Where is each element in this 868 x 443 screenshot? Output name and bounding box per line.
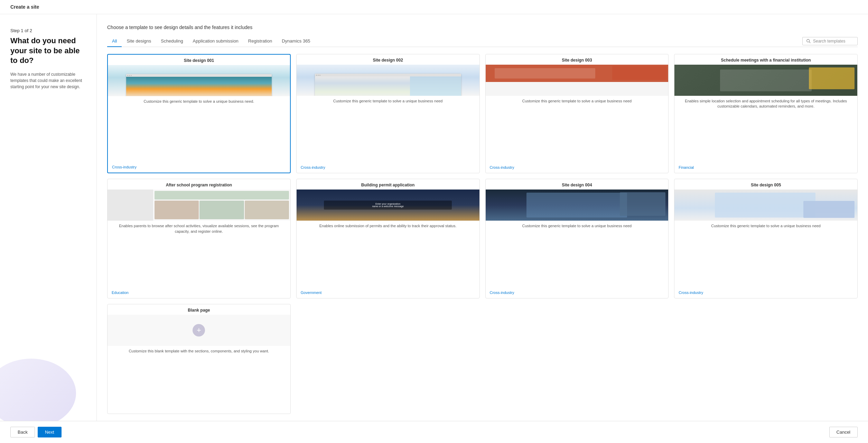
card-tag	[108, 408, 290, 414]
right-panel-header: Choose a template to see design details …	[107, 25, 858, 30]
card-description: Customize this generic template to solve…	[108, 96, 290, 163]
template-card-schedule-meetings[interactable]: Schedule meetings with a financial insti…	[674, 54, 858, 173]
svg-line-1	[809, 42, 811, 43]
card-thumbnail	[674, 65, 857, 96]
card-tag: Education	[108, 288, 290, 298]
card-description: Customize this generic template to solve…	[297, 96, 479, 163]
tabs-list: All Site designs Scheduling Application …	[107, 36, 315, 47]
tab-site-designs[interactable]: Site designs	[122, 36, 156, 47]
app-title: Create a site	[10, 4, 39, 10]
tabs-row: All Site designs Scheduling Application …	[107, 36, 858, 47]
card-tag: Cross-industry	[297, 163, 479, 173]
step-indicator: Step 1 of 2	[10, 28, 86, 33]
tab-registration[interactable]: Registration	[243, 36, 277, 47]
template-grid: Site design 001 Customize this generic t…	[107, 54, 858, 421]
top-bar: Create a site	[0, 0, 868, 14]
template-card-blank-page[interactable]: Blank page + Customize this blank templa…	[107, 304, 291, 414]
card-thumbnail	[486, 190, 669, 221]
back-button[interactable]: Back	[10, 427, 35, 437]
card-thumbnail: +	[108, 315, 290, 346]
card-tag: Cross-industry	[486, 163, 669, 173]
card-thumbnail	[486, 65, 669, 96]
left-panel: Step 1 of 2 What do you need your site t…	[0, 14, 97, 421]
card-tag: Financial	[674, 163, 857, 173]
card-description: Enables simple location selection and ap…	[674, 96, 857, 163]
next-button[interactable]: Next	[38, 427, 62, 437]
template-card-after-school[interactable]: After school program registration	[107, 179, 291, 298]
card-tag: Government	[297, 288, 479, 298]
tab-scheduling[interactable]: Scheduling	[156, 36, 188, 47]
card-thumbnail	[297, 65, 479, 96]
card-thumbnail	[108, 65, 290, 96]
card-title: Schedule meetings with a financial insti…	[674, 54, 857, 65]
page-heading: What do you need your site to be able to…	[10, 36, 86, 66]
template-card-building-permit[interactable]: Building permit application Enter your o…	[296, 179, 480, 298]
card-description: Customize this generic template to solve…	[486, 221, 669, 288]
cancel-button[interactable]: Cancel	[829, 427, 858, 437]
right-panel: Choose a template to see design details …	[97, 14, 868, 421]
template-card-site-design-001[interactable]: Site design 001 Customize this generic t…	[107, 54, 291, 173]
card-title: Site design 005	[674, 179, 857, 190]
card-title: Site design 003	[486, 54, 669, 65]
card-description: Enables online submission of permits and…	[297, 221, 479, 288]
page-description: We have a number of customizable templat…	[10, 71, 86, 90]
decorative-shape	[0, 359, 76, 421]
left-buttons: Back Next	[10, 427, 62, 437]
card-title: Site design 002	[297, 54, 479, 65]
card-title: After school program registration	[108, 179, 290, 190]
card-thumbnail	[674, 190, 857, 221]
svg-point-0	[807, 39, 810, 42]
search-icon	[806, 39, 811, 44]
tab-dynamics365[interactable]: Dynamics 365	[277, 36, 315, 47]
template-card-site-design-003[interactable]: Site design 003 Customize this generic t…	[485, 54, 669, 173]
card-title: Site design 001	[108, 55, 290, 65]
card-title: Site design 004	[486, 179, 669, 190]
tab-all[interactable]: All	[107, 36, 122, 47]
card-description: Enables parents to browse after school a…	[108, 221, 290, 288]
template-card-site-design-004[interactable]: Site design 004 Customize this generic t…	[485, 179, 669, 298]
card-title: Building permit application	[297, 179, 479, 190]
search-box[interactable]: Search templates	[802, 37, 858, 45]
right-panel-subtitle: Choose a template to see design details …	[107, 25, 858, 30]
template-card-site-design-002[interactable]: Site design 002 Customize this generic t…	[296, 54, 480, 173]
tab-application-submission[interactable]: Application submission	[188, 36, 243, 47]
card-description: Customize this generic template to solve…	[674, 221, 857, 288]
card-tag: Cross-industry	[674, 288, 857, 298]
card-title: Blank page	[108, 304, 290, 315]
bottom-bar: Back Next Cancel	[0, 421, 868, 443]
card-thumbnail	[108, 190, 290, 221]
template-card-site-design-005[interactable]: Site design 005 Customize this generic t…	[674, 179, 858, 298]
card-description: Customize this generic template to solve…	[486, 96, 669, 163]
card-thumbnail: Enter your organizationname or a welcome…	[297, 190, 479, 221]
add-icon: +	[193, 324, 205, 336]
card-tag: Cross-industry	[486, 288, 669, 298]
card-tag: Cross-industry	[108, 163, 290, 173]
card-description: Customize this blank template with the s…	[108, 346, 290, 408]
search-placeholder: Search templates	[813, 39, 845, 44]
